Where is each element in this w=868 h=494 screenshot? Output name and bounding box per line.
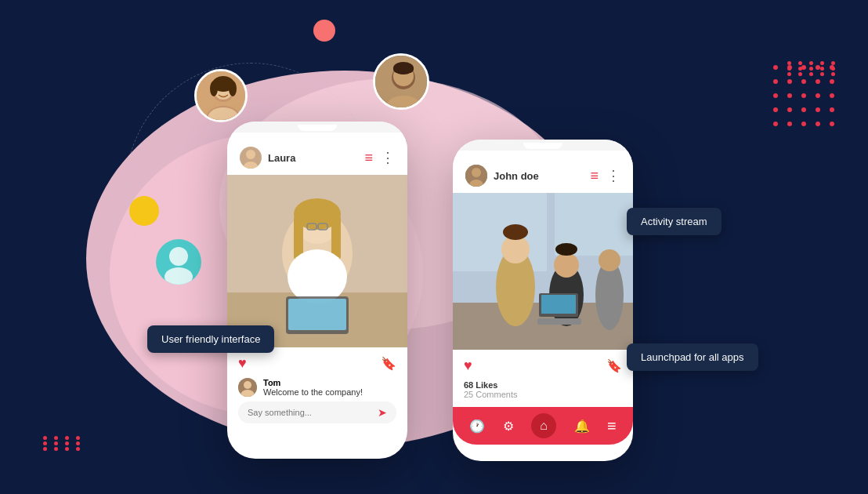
phone-right-bookmark[interactable]: 🔖: [606, 358, 622, 373]
phone-left-menu[interactable]: ≡: [364, 151, 373, 165]
svg-point-49: [555, 243, 577, 256]
tooltip-activity-stream: Activity stream: [627, 208, 722, 235]
send-icon[interactable]: ➤: [378, 406, 387, 419]
likes-count: 68 Likes: [464, 380, 622, 390]
tooltip-launchpad: Launchpad for all apps: [627, 343, 758, 371]
bottom-nav: 🕐 ⚙ ⌂ 🔔 ≡: [453, 407, 633, 445]
phone-right: John doe ≡ ⋮: [453, 140, 633, 461]
phone-left-image: [227, 175, 407, 347]
comment-input[interactable]: [248, 408, 371, 417]
svg-point-48: [554, 252, 579, 278]
dot-grid-bl: [43, 436, 85, 451]
nav-settings-icon[interactable]: ⚙: [503, 419, 514, 434]
phone-left-username: Laura: [268, 152, 295, 164]
phone-right-dots[interactable]: ⋮: [606, 169, 620, 183]
svg-point-35: [244, 381, 251, 389]
svg-rect-33: [288, 299, 346, 330]
svg-point-11: [210, 81, 218, 96]
dot-grid-tr: [787, 61, 841, 76]
svg-point-51: [599, 249, 620, 271]
svg-point-31: [288, 249, 347, 304]
svg-point-4: [165, 267, 193, 285]
phone-right-menu[interactable]: ≡: [590, 169, 599, 183]
comment-text: Welcome to the company!: [263, 387, 363, 397]
svg-point-20: [244, 162, 258, 169]
nav-home-icon[interactable]: ⌂: [531, 413, 556, 438]
phone-right-username: John doe: [494, 170, 539, 182]
phone-left-dots[interactable]: ⋮: [381, 151, 395, 165]
svg-rect-54: [537, 318, 581, 325]
svg-rect-53: [541, 295, 576, 314]
nav-clock-icon[interactable]: 🕐: [469, 419, 485, 434]
phone-left-heart[interactable]: ♥: [238, 355, 247, 372]
phone-right-heart[interactable]: ♥: [464, 358, 472, 374]
nav-menu-icon[interactable]: ≡: [607, 418, 617, 434]
pink-decorative-circle: [313, 20, 335, 42]
svg-rect-41: [453, 193, 547, 271]
svg-point-3: [169, 247, 188, 266]
svg-point-19: [246, 150, 255, 159]
teal-decorative-circle: [156, 239, 201, 285]
svg-point-38: [472, 168, 481, 177]
nav-bell-icon[interactable]: 🔔: [574, 419, 590, 434]
avatar-female-1: [194, 69, 248, 122]
svg-point-46: [503, 224, 528, 240]
svg-point-12: [229, 81, 237, 96]
phone-right-image: [453, 193, 633, 350]
svg-rect-18: [393, 65, 414, 73]
phone-left: Laura ≡ ⋮: [227, 122, 407, 459]
comments-count: 25 Comments: [464, 390, 622, 399]
say-something-input[interactable]: ➤: [238, 401, 396, 423]
comment-author: Tom: [263, 378, 363, 387]
yellow-decorative-circle: [129, 196, 159, 226]
tooltip-user-friendly: User friendly interface: [147, 325, 274, 353]
phone-left-bookmark[interactable]: 🔖: [381, 356, 396, 371]
avatar-male-1: [373, 53, 429, 110]
